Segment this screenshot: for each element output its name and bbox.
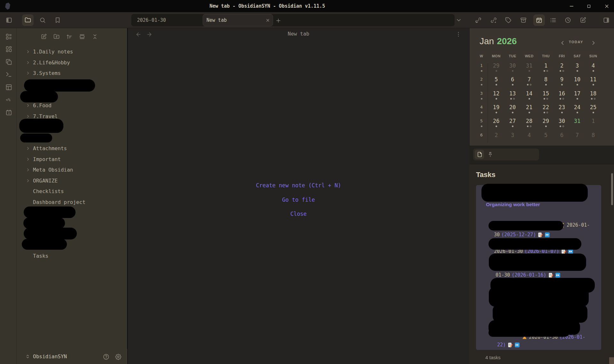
- calendar-day[interactable]: 21: [521, 104, 537, 118]
- calendar-day[interactable]: 2: [488, 132, 504, 146]
- explorer-item[interactable]: Meta Obsidian: [17, 165, 127, 175]
- layout-dashboard-icon[interactable]: [5, 46, 12, 53]
- calendar-day[interactable]: 25: [585, 104, 601, 118]
- calendar-week-number[interactable]: 2: [473, 76, 489, 90]
- calendar-day[interactable]: 29: [488, 62, 504, 76]
- copy-icon[interactable]: [5, 58, 12, 65]
- window-minimize-button[interactable]: [564, 0, 579, 12]
- tab-close-icon[interactable]: [264, 16, 271, 24]
- calendar-week-number[interactable]: 1: [473, 62, 489, 76]
- calendar-day[interactable]: 24: [569, 104, 585, 118]
- explorer-item[interactable]: Attachments: [17, 143, 127, 154]
- calendar-prev-icon[interactable]: [559, 39, 566, 47]
- calendar-next-icon[interactable]: [590, 39, 597, 47]
- clock-icon[interactable]: [562, 14, 574, 26]
- terminal-icon[interactable]: [5, 71, 12, 78]
- calendar-day-today[interactable]: 31: [569, 118, 585, 132]
- file-icon[interactable]: [476, 151, 483, 158]
- calendar-day[interactable]: 7: [569, 132, 585, 146]
- bookmark-icon[interactable]: [52, 14, 63, 26]
- calendar-week-number[interactable]: 5: [473, 118, 489, 132]
- templater-icon[interactable]: <%: [5, 96, 12, 103]
- new-tab-button[interactable]: [274, 16, 282, 25]
- link-outgoing-icon[interactable]: [488, 14, 499, 26]
- calendar-day[interactable]: 11: [585, 76, 601, 90]
- calendar-day[interactable]: 12: [488, 90, 504, 104]
- tab-daily-note[interactable]: 2026-01-30: [131, 14, 202, 26]
- more-options-icon[interactable]: [455, 30, 462, 38]
- calendar-day[interactable]: 20: [505, 104, 521, 118]
- calendar-day[interactable]: 19: [488, 104, 504, 118]
- explorer-item[interactable]: Important: [17, 154, 127, 165]
- daily-note-icon[interactable]: 1: [5, 109, 12, 116]
- help-icon[interactable]: [102, 352, 110, 361]
- window-close-button[interactable]: [599, 0, 614, 12]
- settings-gear-icon[interactable]: [114, 352, 122, 361]
- explorer-item[interactable]: Checklists: [17, 186, 127, 197]
- search-icon[interactable]: [37, 14, 48, 26]
- memo-icon[interactable]: [548, 272, 553, 278]
- calendar-day[interactable]: 10: [569, 76, 585, 90]
- calendar-day[interactable]: 22: [538, 104, 554, 118]
- calendar-day[interactable]: 14: [521, 90, 537, 104]
- calendar-day[interactable]: 3: [569, 62, 585, 76]
- close-link[interactable]: Close: [128, 211, 469, 217]
- calendar-day[interactable]: 4: [585, 62, 601, 76]
- panel-right-icon[interactable]: [601, 14, 612, 26]
- stack-icon[interactable]: [77, 31, 87, 42]
- list-icon[interactable]: [547, 14, 559, 26]
- archive-icon[interactable]: [518, 14, 529, 26]
- create-new-note-link[interactable]: Create new note (Ctrl + N): [128, 182, 469, 189]
- scrollbar-thumb[interactable]: [611, 173, 613, 205]
- calendar-day[interactable]: 28: [521, 118, 537, 132]
- calendar-day[interactable]: 6: [554, 132, 570, 146]
- calendar-today-button[interactable]: TODAY: [569, 40, 583, 44]
- go-to-file-link[interactable]: Go to file: [128, 197, 469, 203]
- layout-panel-icon[interactable]: [5, 84, 12, 91]
- calendar-week-number[interactable]: 6: [473, 132, 489, 146]
- calendar-day[interactable]: 29: [538, 118, 554, 132]
- calendar-day[interactable]: 2: [554, 62, 570, 76]
- folder-icon[interactable]: [22, 14, 34, 26]
- explorer-item[interactable]: 1.Daily notes: [17, 46, 127, 57]
- calendar-day[interactable]: 1: [538, 62, 554, 76]
- calendar-week-number[interactable]: 3: [473, 90, 489, 104]
- chevron-down-icon[interactable]: [453, 14, 465, 26]
- folder-plus-icon[interactable]: [51, 31, 61, 42]
- explorer-item[interactable]: 2.Life&Hobby: [17, 57, 127, 68]
- calendar-day[interactable]: 8: [538, 76, 554, 90]
- explorer-item[interactable]: Tasks: [17, 250, 127, 261]
- calendar-day[interactable]: 5: [538, 132, 554, 146]
- forward-icon[interactable]: [555, 272, 561, 278]
- calendar-day[interactable]: 31: [521, 62, 537, 76]
- calendar-day[interactable]: 1: [585, 118, 601, 132]
- calendar-day[interactable]: 30: [505, 62, 521, 76]
- forward-icon[interactable]: [514, 342, 520, 348]
- calendar-day[interactable]: 6: [505, 76, 521, 90]
- calendar-week-number[interactable]: 4: [473, 104, 489, 118]
- calendar-day[interactable]: 27: [505, 118, 521, 132]
- memo-icon[interactable]: [507, 342, 513, 348]
- pin-icon[interactable]: [487, 151, 493, 158]
- calendar-day[interactable]: 26: [488, 118, 504, 132]
- explorer-item[interactable]: ORGANIZE: [17, 175, 127, 186]
- explorer-item[interactable]: Dashboard project: [17, 197, 127, 208]
- vault-switcher[interactable]: ObsidianSYN: [25, 353, 67, 360]
- calendar-day[interactable]: 13: [505, 90, 521, 104]
- calendar-day[interactable]: 16: [554, 90, 570, 104]
- window-maximize-button[interactable]: [581, 0, 596, 12]
- new-note-icon[interactable]: [38, 31, 49, 42]
- calendar-day[interactable]: 7: [521, 76, 537, 90]
- calendar-day[interactable]: 18: [585, 90, 601, 104]
- panel-left-icon[interactable]: [3, 14, 15, 26]
- calendar-day[interactable]: 3: [505, 132, 521, 146]
- calendar-day[interactable]: 23: [554, 104, 570, 118]
- calendar-day[interactable]: 30: [554, 118, 570, 132]
- calendar-check-icon[interactable]: [533, 14, 545, 26]
- collapse-icon[interactable]: [90, 31, 100, 42]
- edit-icon[interactable]: [577, 14, 589, 26]
- calendar-day[interactable]: 15: [538, 90, 554, 104]
- memo-icon[interactable]: [537, 232, 543, 238]
- forward-icon[interactable]: [545, 232, 550, 238]
- sort-asc-icon[interactable]: [64, 31, 74, 42]
